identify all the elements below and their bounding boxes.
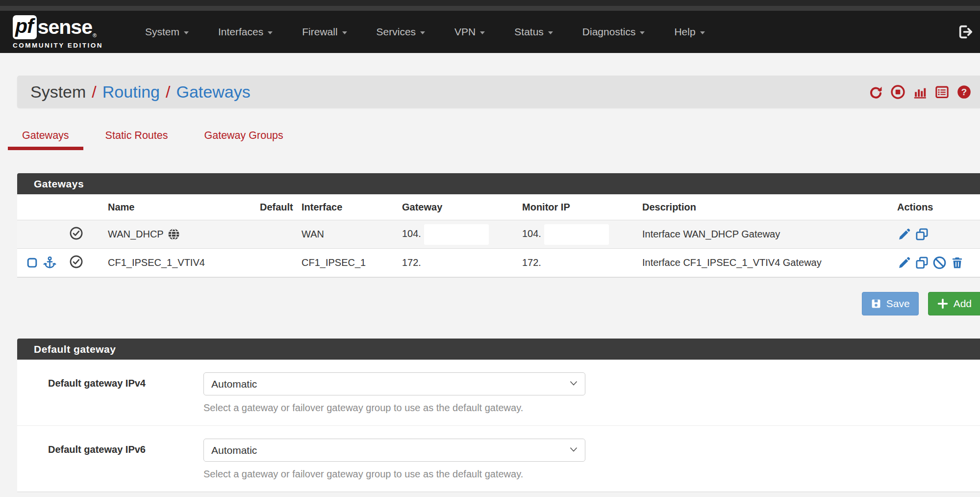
nav-item-interfaces[interactable]: Interfaces xyxy=(218,26,273,38)
window-chrome-strip xyxy=(0,0,980,6)
ipv6-help-text: Select a gateway or failover gateway gro… xyxy=(203,469,980,480)
nav-item-firewall[interactable]: Firewall xyxy=(302,26,347,38)
monitor-ip-cell: 104. xyxy=(517,220,637,249)
table-row-wan-dhcp: WAN_DHCP WAN 104. 104. Interface WAN_DHC… xyxy=(17,220,980,249)
nav-item-system[interactable]: System xyxy=(145,26,189,38)
gateway-name: WAN_DHCP xyxy=(108,229,164,240)
default-gateway-ipv4-row: Default gateway IPv4 Automatic Select a … xyxy=(17,360,980,425)
check-circle-icon xyxy=(69,255,83,269)
breadcrumb: System / Routing / Gateways xyxy=(30,82,251,102)
breadcrumb-bar: System / Routing / Gateways ? xyxy=(17,76,980,108)
monitor-ip-cell: 172. xyxy=(517,249,637,277)
table-header-row: Name Default Interface Gateway Monitor I… xyxy=(17,194,980,220)
col-gateway: Gateway xyxy=(397,194,517,220)
sign-out-icon[interactable] xyxy=(957,24,974,40)
ipv6-label: Default gateway IPv6 xyxy=(48,439,203,455)
col-interface: Interface xyxy=(292,194,397,220)
copy-icon[interactable] xyxy=(915,256,929,270)
save-button[interactable]: Save xyxy=(862,292,919,315)
ipv4-help-text: Select a gateway or failover gateway gro… xyxy=(203,402,980,414)
caret-down-icon xyxy=(700,31,705,34)
default-gateway-title: Default gateway xyxy=(17,339,980,360)
description-cell: Interface CF1_IPSEC_1_VTIV4 Gateway xyxy=(637,249,880,277)
refresh-icon[interactable] xyxy=(868,84,883,100)
breadcrumb-separator: / xyxy=(166,82,170,102)
tab-gateways[interactable]: Gateways xyxy=(8,130,83,150)
breadcrumb-actions: ? xyxy=(868,84,972,100)
gateways-panel: Gateways Name Default Interface Gateway … xyxy=(0,173,980,315)
top-navbar: pfsense® COMMUNITY EDITION System Interf… xyxy=(0,11,980,53)
gateway-cell: 172. xyxy=(397,249,517,277)
plus-icon xyxy=(937,298,949,310)
caret-down-icon xyxy=(184,31,189,34)
nav-item-diagnostics[interactable]: Diagnostics xyxy=(582,26,645,38)
svg-text:?: ? xyxy=(961,86,967,97)
logo-registered-mark: ® xyxy=(93,33,97,38)
caret-down-icon xyxy=(548,31,553,34)
default-gateway-panel: Default gateway Default gateway IPv4 Aut… xyxy=(0,339,980,492)
tab-gateway-groups[interactable]: Gateway Groups xyxy=(190,130,297,150)
breadcrumb-separator: / xyxy=(92,82,96,102)
caret-down-icon xyxy=(268,31,273,34)
logo-pf: pf xyxy=(13,15,37,39)
gateway-name: CF1_IPSEC_1_VTIV4 xyxy=(108,257,205,268)
log-list-icon[interactable] xyxy=(934,84,950,100)
interface-cell: CF1_IPSEC_1 xyxy=(292,249,397,277)
checkbox-icon[interactable] xyxy=(26,257,38,269)
interface-cell: WAN xyxy=(292,220,397,249)
caret-down-icon xyxy=(640,31,645,34)
routing-tabs: Gateways Static Routes Gateway Groups xyxy=(8,130,980,150)
gateways-table: Name Default Interface Gateway Monitor I… xyxy=(17,194,980,278)
edit-pencil-icon[interactable] xyxy=(897,256,911,270)
description-cell: Interface WAN_DHCP Gateway xyxy=(637,220,880,249)
globe-icon xyxy=(167,228,180,241)
caret-down-icon xyxy=(480,31,485,34)
nav-item-services[interactable]: Services xyxy=(377,26,426,38)
default-gateway-ipv6-select[interactable]: Automatic xyxy=(203,439,585,462)
copy-icon[interactable] xyxy=(915,227,929,241)
caret-down-icon xyxy=(342,31,347,34)
col-description: Description xyxy=(637,194,880,220)
default-gateway-ipv6-row: Default gateway IPv6 Automatic Select a … xyxy=(17,425,980,492)
nav-item-vpn[interactable]: VPN xyxy=(454,26,485,38)
edit-pencil-icon[interactable] xyxy=(897,227,911,241)
bar-chart-icon[interactable] xyxy=(912,84,928,100)
default-gateway-ipv4-select[interactable]: Automatic xyxy=(203,372,585,395)
breadcrumb-link-routing[interactable]: Routing xyxy=(102,82,160,102)
nav-menu: System Interfaces Firewall Services VPN … xyxy=(145,26,705,38)
ipv4-label: Default gateway IPv4 xyxy=(48,372,203,389)
default-cell xyxy=(250,220,292,249)
help-circle-icon[interactable]: ? xyxy=(956,84,972,100)
table-row-cf1-ipsec: CF1_IPSEC_1_VTIV4 CF1_IPSEC_1 172. 172. … xyxy=(17,249,980,277)
nav-item-status[interactable]: Status xyxy=(514,26,553,38)
logo-tagline: COMMUNITY EDITION xyxy=(13,42,103,49)
logo-sense: sense xyxy=(38,17,92,37)
anchor-icon[interactable] xyxy=(43,256,57,270)
gateway-cell: 104. xyxy=(397,220,517,249)
check-circle-icon xyxy=(69,226,83,240)
save-floppy-icon xyxy=(871,298,881,309)
redaction-box xyxy=(544,224,609,245)
redaction-box xyxy=(424,224,489,245)
tab-static-routes[interactable]: Static Routes xyxy=(91,130,182,150)
caret-down-icon xyxy=(420,31,425,34)
breadcrumb-section: System xyxy=(30,82,86,102)
trash-icon[interactable] xyxy=(950,256,964,270)
window-chrome-strip-2 xyxy=(0,6,980,11)
gateways-panel-title: Gateways xyxy=(17,173,980,194)
col-monitor-ip: Monitor IP xyxy=(517,194,637,220)
stop-circle-icon[interactable] xyxy=(890,84,905,100)
table-actions-row: Save Add xyxy=(0,292,980,315)
nav-item-help[interactable]: Help xyxy=(674,26,704,38)
col-name: Name xyxy=(98,194,250,220)
pfsense-logo[interactable]: pfsense® COMMUNITY EDITION xyxy=(13,15,103,49)
col-actions: Actions xyxy=(880,194,980,220)
ban-icon[interactable] xyxy=(932,256,947,270)
col-default: Default xyxy=(250,194,292,220)
breadcrumb-link-gateways[interactable]: Gateways xyxy=(176,82,250,102)
default-cell xyxy=(250,249,292,277)
add-button[interactable]: Add xyxy=(928,292,980,315)
